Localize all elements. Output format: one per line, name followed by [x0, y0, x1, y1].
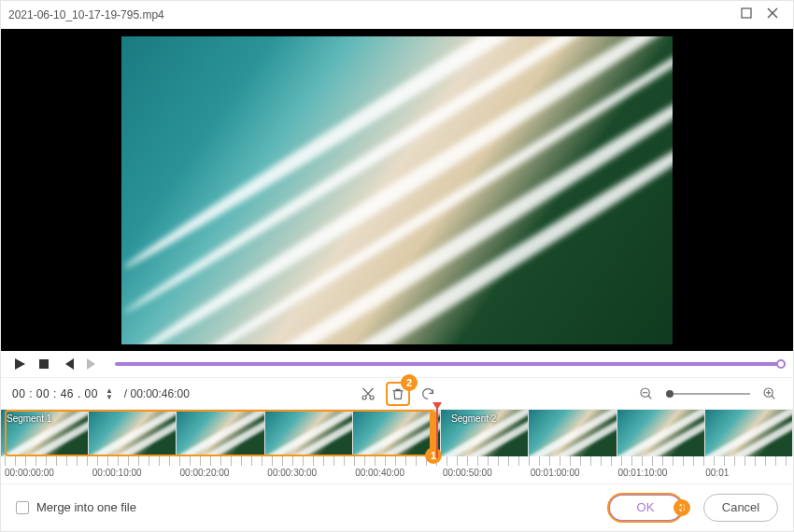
ruler-label: 00:01:10:00 [617, 468, 705, 478]
cancel-button-label: Cancel [722, 500, 759, 514]
timeline-thumb[interactable] [177, 410, 264, 456]
ok-button[interactable]: OK 3 [608, 494, 683, 522]
ok-button-label: OK [637, 500, 655, 514]
cut-button[interactable] [356, 382, 380, 406]
timeline-thumb[interactable] [617, 410, 705, 456]
delete-segment-button[interactable]: 2 [386, 382, 410, 406]
ruler-label: 00:00:00:00 [5, 468, 92, 478]
total-duration: / 00:00:46:00 [124, 387, 190, 400]
video-preview[interactable] [121, 36, 673, 344]
zoom-controls [634, 382, 782, 406]
playback-controls [1, 351, 793, 377]
ruler-label: 00:00:30:00 [267, 468, 355, 478]
timeline-thumb[interactable] [529, 410, 617, 456]
timeline-thumb[interactable] [705, 410, 793, 456]
zoom-slider[interactable] [666, 393, 750, 395]
segment-2-label: Segment 2 [447, 413, 500, 424]
prev-frame-button[interactable] [61, 357, 76, 371]
close-button[interactable] [759, 6, 786, 23]
title-bar: 2021-06-10_10-17-19-795.mp4 [1, 1, 793, 29]
merge-checkbox[interactable] [16, 501, 29, 514]
annotation-badge-2: 2 [401, 374, 418, 391]
timeline-thumb[interactable] [353, 410, 441, 456]
maximize-button[interactable] [733, 6, 759, 23]
cancel-button[interactable]: Cancel [703, 494, 778, 522]
footer: Merge into one file OK 3 Cancel [1, 483, 793, 530]
video-preview-area [1, 29, 793, 351]
timeline: Segment 1 Segment 2 1 00:00:00:00 00:00:… [1, 409, 793, 483]
svg-rect-0 [742, 8, 751, 18]
redo-button[interactable] [416, 382, 440, 406]
ruler-label: 00:01 [705, 468, 793, 478]
segment-1-label: Segment 1 [3, 413, 55, 424]
current-time-input[interactable]: 00 : 00 : 46 . 00 [12, 387, 98, 400]
ruler-label: 00:00:40:00 [355, 468, 443, 478]
merge-label: Merge into one file [36, 500, 136, 514]
progress-bar[interactable] [115, 362, 782, 366]
step-down-icon[interactable]: ▼ [106, 394, 113, 400]
play-button[interactable] [12, 357, 27, 371]
stop-button[interactable] [36, 357, 51, 371]
timeline-thumb[interactable] [265, 410, 353, 456]
ruler-label: 00:00:10:00 [92, 468, 180, 478]
time-toolbar: 00 : 00 : 46 . 00 ▲ ▼ / 00:00:46:00 2 [1, 377, 793, 409]
next-frame-button[interactable] [85, 357, 100, 371]
svg-rect-1 [39, 359, 49, 369]
app-window: 2021-06-10_10-17-19-795.mp4 [0, 0, 794, 532]
ruler-label: 00:00:50:00 [443, 468, 531, 478]
ruler-label: 00:01:00:00 [531, 468, 618, 478]
thumbnail-strip[interactable]: Segment 1 Segment 2 1 [1, 410, 793, 456]
zoom-in-button[interactable] [758, 382, 782, 406]
progress-knob[interactable] [776, 359, 786, 369]
annotation-badge-3: 3 [673, 499, 690, 516]
time-ruler: 00:00:00:00 00:00:10:00 00:00:20:00 00:0… [1, 456, 793, 484]
ruler-label: 00:00:20:00 [180, 468, 268, 478]
playhead[interactable] [436, 406, 438, 458]
timeline-thumb[interactable] [89, 410, 177, 456]
time-stepper[interactable]: ▲ ▼ [106, 387, 113, 400]
window-title: 2021-06-10_10-17-19-795.mp4 [8, 8, 733, 21]
zoom-out-button[interactable] [634, 382, 659, 406]
